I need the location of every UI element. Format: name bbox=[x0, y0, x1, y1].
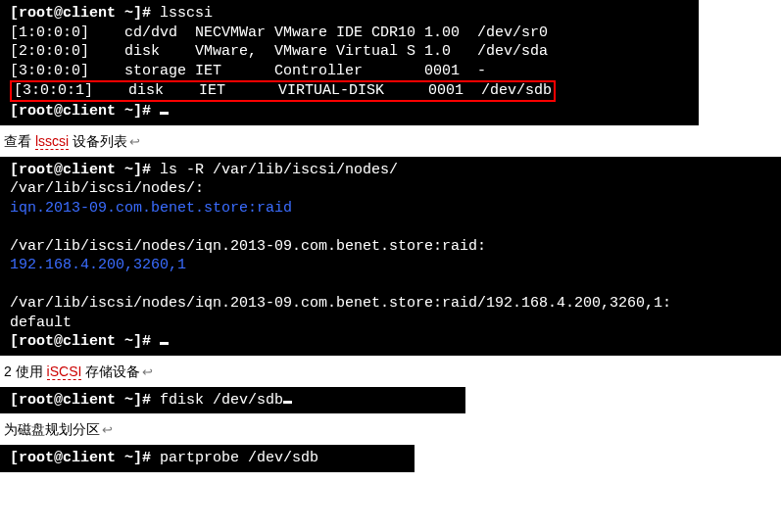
terminal-fdisk: [root@client ~]# fdisk /dev/sdb bbox=[0, 387, 465, 414]
prompt: [root@client ~]# bbox=[10, 5, 160, 22]
lsscsi-row: [2:0:0:0] disk VMware, VMware Virtual S … bbox=[10, 43, 548, 60]
prompt: [root@client ~]# bbox=[10, 162, 160, 178]
caption-term: lsscsi bbox=[35, 133, 69, 150]
caption-partition: 为磁盘规划分区↩ bbox=[4, 421, 781, 439]
cmd-lsscsi: lsscsi bbox=[160, 5, 213, 22]
lsscsi-row: [1:0:0:0] cd/dvd NECVMWar VMware IDE CDR… bbox=[10, 24, 548, 41]
caption-iscsi: 2 使用 iSCSI 存储设备↩ bbox=[4, 363, 781, 381]
output-line: /var/lib/iscsi/nodes/: bbox=[10, 180, 204, 197]
cmd-partprobe: partprobe /dev/sdb bbox=[160, 450, 318, 466]
caption-lsscsi: 查看 lsscsi 设备列表↩ bbox=[4, 133, 781, 151]
output-line: default bbox=[10, 314, 72, 331]
cmd-fdisk: fdisk /dev/sdb bbox=[160, 392, 283, 409]
terminal-lsscsi: [root@client ~]# lsscsi [1:0:0:0] cd/dvd… bbox=[0, 0, 699, 125]
prompt: [root@client ~]# bbox=[10, 103, 160, 120]
cursor-icon bbox=[160, 112, 169, 115]
caption-text: 存储设备 bbox=[81, 363, 140, 379]
paragraph-mark-icon: ↩ bbox=[142, 364, 153, 379]
lsscsi-highlight-row: [3:0:0:1] disk IET VIRTUAL-DISK 0001 /de… bbox=[10, 80, 556, 102]
output-dir: iqn.2013-09.com.benet.store:raid bbox=[10, 200, 292, 217]
caption-text: 2 使用 bbox=[4, 363, 47, 379]
terminal-partprobe: [root@client ~]# partprobe /dev/sdb bbox=[0, 445, 415, 472]
paragraph-mark-icon: ↩ bbox=[129, 134, 140, 149]
caption-text: 查看 bbox=[4, 133, 35, 149]
caption-term: iSCSI bbox=[47, 363, 82, 380]
caption-text: 为磁盘规划分区 bbox=[4, 421, 100, 437]
paragraph-mark-icon: ↩ bbox=[102, 422, 113, 437]
cursor-icon bbox=[160, 342, 169, 345]
prompt: [root@client ~]# bbox=[10, 392, 160, 409]
cmd-ls: ls -R /var/lib/iscsi/nodes/ bbox=[160, 162, 398, 178]
prompt: [root@client ~]# bbox=[10, 333, 160, 350]
prompt: [root@client ~]# bbox=[10, 450, 160, 466]
output-dir: 192.168.4.200,3260,1 bbox=[10, 257, 186, 273]
cursor-icon bbox=[283, 401, 292, 404]
output-line: /var/lib/iscsi/nodes/iqn.2013-09.com.ben… bbox=[10, 295, 671, 312]
terminal-ls-nodes: [root@client ~]# ls -R /var/lib/iscsi/no… bbox=[0, 157, 781, 356]
lsscsi-row: [3:0:0:0] storage IET Controller 0001 - bbox=[10, 63, 486, 79]
output-line: /var/lib/iscsi/nodes/iqn.2013-09.com.ben… bbox=[10, 238, 486, 255]
caption-text: 设备列表 bbox=[69, 133, 127, 149]
